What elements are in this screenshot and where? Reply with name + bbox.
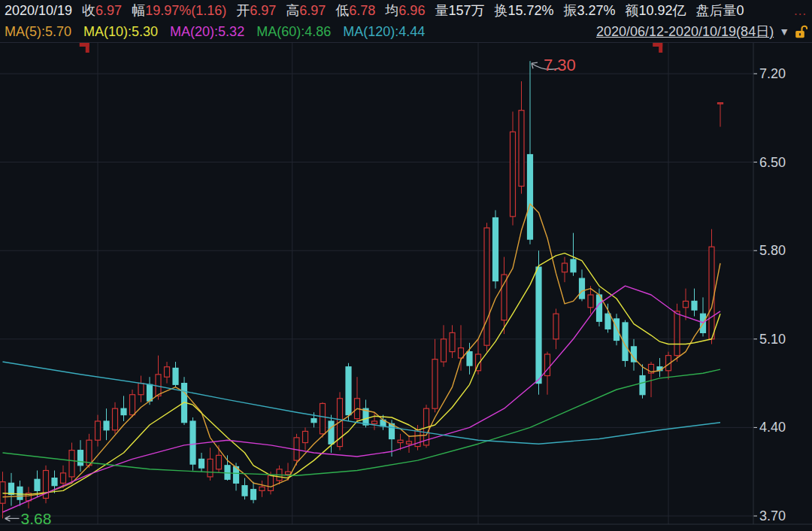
candle-up [398,440,403,442]
candle-down [35,479,40,490]
quote-field-换: 换15.72% [494,0,553,21]
candle-up [407,441,412,444]
candle-down [173,368,178,384]
quote-field-盘后量: 盘后量0 [696,0,744,21]
ma-line-MA10 [3,253,721,495]
ma-line-MA5 [3,204,721,497]
candle-down [199,459,205,468]
candle-down [311,419,317,423]
event-marker-icon [659,43,662,53]
candle-down [389,423,395,438]
ma-value-MA(10): MA(10):5.30 [83,21,158,42]
candle-down [692,301,697,310]
y-axis-label: 4.40 [759,420,786,435]
candlestick-chart[interactable]: 7.206.505.805.104.403.707.303.68 [0,42,812,531]
candle-up [86,440,92,466]
candle-up [432,360,438,409]
candle-down [9,483,14,494]
chevron-down-icon[interactable]: ▼ [779,21,789,42]
candle-up [320,403,326,433]
candle-down [17,487,23,499]
candle-up [303,431,308,442]
event-marker-icon [86,43,89,53]
candle-down [467,352,472,366]
candle-up [545,354,550,376]
candle-down [346,367,351,415]
candle-up [259,487,265,490]
y-axis-label: 5.80 [759,243,786,258]
quote-field-额: 额10.92亿 [626,0,686,21]
quote-field-开: 开6.97 [236,0,276,21]
quote-bar: 2020/10/19 收6.97幅19.97%(1.16)开6.97高6.97低… [0,0,812,21]
ma-value-MA(20): MA(20):5.32 [170,21,244,42]
candle-down [528,155,533,240]
ma-value-MA(60): MA(60):4.86 [256,21,331,42]
candle-down [251,490,256,499]
candle-down [614,319,620,341]
quote-field-振: 振3.27% [564,0,616,21]
candle-up [562,263,568,272]
ma-values: MA(5):5.70MA(10):5.30MA(20):5.32MA(60):4… [5,21,425,42]
stock-chart-app: 2020/10/19 收6.97幅19.97%(1.16)开6.97高6.97低… [0,0,812,531]
candle-down [580,278,585,299]
candle-up [208,459,213,477]
date-range-selector[interactable]: 2020/06/12-2020/10/19(84日) [596,21,774,42]
quote-items: 收6.97幅19.97%(1.16)开6.97高6.97低6.78均6.96量1… [82,0,744,21]
unlock-icon[interactable] [795,25,807,39]
low-arrow-icon [5,516,20,521]
range-controls: 2020/06/12-2020/10/19(84日) ▼ [596,21,807,42]
y-axis-label: 5.10 [759,332,786,347]
ma-value-MA(5): MA(5):5.70 [5,21,71,42]
candle-up [69,451,74,477]
quote-field-幅: 幅19.97%(1.16) [132,0,226,21]
candle-up [511,132,516,217]
ma-indicator-bar: MA(5):5.70MA(10):5.30MA(20):5.32MA(60):4… [0,21,812,42]
y-axis-label: 6.50 [759,155,786,170]
candle-up [138,384,144,395]
candle-down [147,384,153,401]
quote-field-均: 均6.96 [385,0,425,21]
candle-up [501,275,507,320]
candle-up [484,228,489,345]
candle-up [61,473,66,483]
y-axis-label: 7.20 [759,66,786,81]
candle-down [329,421,334,444]
low-price-label: 3.68 [21,510,52,527]
candle-down [225,466,230,479]
candle-down [605,314,611,329]
candle-down [78,451,83,466]
candle-up [286,472,291,474]
candle-up [674,311,680,356]
quote-field-低: 低6.78 [335,0,375,21]
candle-up [165,367,170,377]
quote-field-高: 高6.97 [286,0,326,21]
candle-down [640,376,645,395]
candle-up [95,421,101,440]
candle-up [450,332,455,351]
quote-field-量: 量157万 [435,0,484,21]
candle-up [683,301,689,307]
candle-up [553,314,559,339]
high-price-label: 7.30 [544,56,576,74]
candle-up [0,482,5,504]
candle-up [217,455,222,469]
candle-down [52,478,57,486]
candle-down [536,267,541,384]
candle-up [519,111,524,187]
candle-down [493,218,498,281]
overflow-ellipsis: … [793,0,807,21]
quote-date: 2020/10/19 [5,0,72,21]
candle-down [104,421,109,430]
y-axis-label: 3.70 [759,508,786,523]
ma-line-MA120 [3,362,721,444]
ma-line-MA60 [3,369,721,475]
quote-field-收: 收6.97 [82,0,122,21]
candle-down [121,408,126,414]
candle-up [588,295,593,308]
candle-up [130,395,135,415]
candle-up [441,339,447,362]
candle-up [709,247,714,339]
ma-value-MA(120): MA(120):4.44 [343,21,425,42]
candle-up [718,103,723,104]
candle-up [372,421,377,423]
